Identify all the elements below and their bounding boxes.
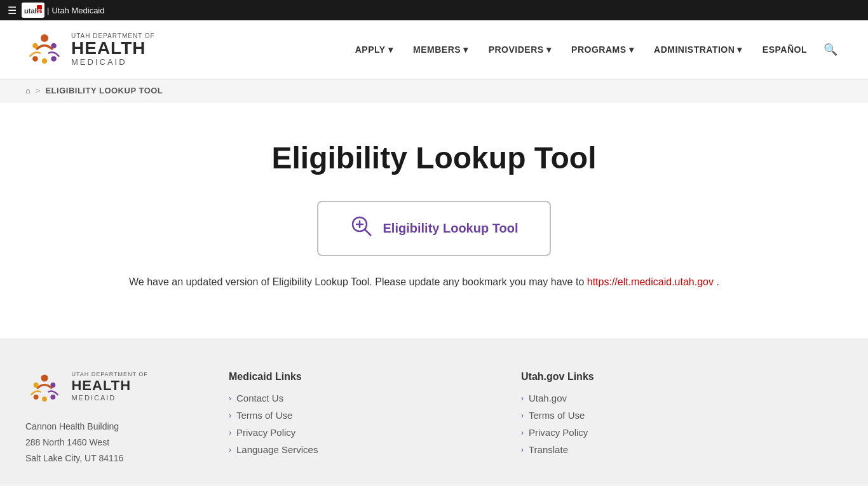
- nav-members[interactable]: Members ▾: [404, 39, 477, 60]
- nav-espanol[interactable]: Español: [754, 39, 816, 60]
- utah-logo-svg: utah . gov: [22, 3, 44, 18]
- svg-point-19: [42, 396, 47, 402]
- programs-dropdown-icon: ▾: [629, 44, 634, 55]
- list-item: › Privacy Policy: [521, 427, 788, 438]
- list-item: › Terms of Use: [229, 410, 496, 421]
- members-dropdown-icon: ▾: [463, 44, 468, 55]
- logo-health: HEALTH: [71, 39, 155, 57]
- address-line2: 288 North 1460 West: [25, 435, 203, 451]
- breadcrumb-home-link[interactable]: ⌂: [25, 86, 31, 95]
- health-medicaid-logo-svg: [25, 30, 64, 69]
- svg-point-7: [51, 43, 57, 49]
- svg-text:utah: utah: [24, 7, 39, 15]
- footer-grid: Utah Department of HEALTH Medicaid Canno…: [25, 371, 788, 467]
- svg-point-16: [34, 383, 39, 388]
- nav-providers[interactable]: Providers ▾: [480, 39, 560, 60]
- nav-programs[interactable]: Programs ▾: [562, 39, 642, 60]
- utah-privacy-link[interactable]: Privacy Policy: [529, 427, 588, 438]
- svg-point-10: [51, 56, 57, 62]
- chevron-icon: ›: [521, 411, 524, 420]
- footer-logo-col: Utah Department of HEALTH Medicaid Canno…: [25, 371, 203, 467]
- footer-medicaid-links-col: Medicaid Links › Contact Us › Terms of U…: [229, 371, 496, 467]
- svg-text:.: .: [24, 10, 25, 14]
- magnify-plus-icon: [350, 215, 373, 242]
- providers-dropdown-icon: ▾: [546, 44, 552, 55]
- chevron-icon: ›: [229, 428, 231, 437]
- breadcrumb-current: Eligibility Lookup Tool: [45, 86, 163, 95]
- footer-logo: Utah Department of HEALTH Medicaid: [25, 371, 203, 409]
- svg-point-18: [34, 395, 39, 400]
- chevron-icon: ›: [521, 428, 524, 437]
- search-icon[interactable]: 🔍: [818, 37, 843, 62]
- nav-administration[interactable]: Administration ▾: [645, 39, 751, 60]
- footer-utah-links-col: Utah.gov Links › Utah.gov › Terms of Use…: [521, 371, 788, 467]
- list-item: › Translate: [521, 444, 788, 455]
- svg-point-9: [42, 58, 48, 64]
- utah-gov-logo: utah . gov | Utah Medicaid: [22, 3, 105, 18]
- list-item: › Language Services: [229, 444, 496, 455]
- svg-point-5: [41, 34, 48, 42]
- main-content: Eligibility Lookup Tool Eligibility Look…: [0, 102, 868, 339]
- top-bar: ☰ utah . gov | Utah Medicaid: [0, 0, 868, 20]
- hamburger-icon[interactable]: ☰: [8, 4, 17, 17]
- svg-point-8: [32, 56, 38, 62]
- footer-logo-svg: [25, 371, 64, 406]
- apply-dropdown-icon: ▾: [388, 44, 393, 55]
- address-line3: Salt Lake City, UT 84116: [25, 451, 203, 466]
- chevron-icon: ›: [521, 445, 524, 454]
- utah-gov-link[interactable]: Utah.gov: [529, 393, 567, 403]
- list-item: › Privacy Policy: [229, 427, 496, 438]
- svg-line-12: [365, 229, 371, 236]
- terms-of-use-link[interactable]: Terms of Use: [236, 410, 292, 421]
- svg-point-6: [32, 43, 38, 49]
- list-item: › Utah.gov: [521, 393, 788, 403]
- breadcrumb-separator: >: [36, 86, 41, 95]
- footer-logo-dept: Utah Department of: [71, 371, 147, 377]
- elt-link[interactable]: https://elt.medicaid.utah.gov: [587, 276, 714, 287]
- chevron-icon: ›: [229, 411, 231, 420]
- topbar-divider: |: [47, 6, 49, 15]
- utah-links-title: Utah.gov Links: [521, 371, 788, 383]
- footer-logo-health: HEALTH: [71, 377, 147, 394]
- topbar-title: Utah Medicaid: [51, 6, 104, 15]
- list-item: › Contact Us: [229, 393, 496, 403]
- svg-point-15: [41, 375, 48, 382]
- chevron-icon: ›: [521, 394, 524, 403]
- footer-logo-medicaid: Medicaid: [71, 394, 147, 402]
- footer-logo-text: Utah Department of HEALTH Medicaid: [71, 371, 147, 402]
- utah-terms-link[interactable]: Terms of Use: [529, 410, 585, 421]
- nav-apply[interactable]: Apply ▾: [346, 39, 402, 60]
- utah-links-list: › Utah.gov › Terms of Use › Privacy Poli…: [521, 393, 788, 455]
- logo-text: Utah Department of HEALTH Medicaid: [71, 32, 155, 67]
- translate-link[interactable]: Translate: [529, 444, 568, 455]
- site-header: Utah Department of HEALTH Medicaid Apply…: [0, 20, 868, 79]
- footer-address: Cannon Health Building 288 North 1460 We…: [25, 419, 203, 467]
- tool-card-label: Eligibility Lookup Tool: [383, 221, 519, 236]
- svg-text:gov: gov: [37, 7, 44, 13]
- medicaid-links-list: › Contact Us › Terms of Use › Privacy Po…: [229, 393, 496, 455]
- svg-point-17: [50, 383, 55, 388]
- site-footer: Utah Department of HEALTH Medicaid Canno…: [0, 339, 868, 486]
- privacy-policy-link[interactable]: Privacy Policy: [236, 427, 295, 438]
- site-logo[interactable]: Utah Department of HEALTH Medicaid: [25, 30, 155, 69]
- contact-us-link[interactable]: Contact Us: [236, 393, 283, 403]
- list-item: › Terms of Use: [521, 410, 788, 421]
- breadcrumb: ⌂ > Eligibility Lookup Tool: [0, 79, 868, 102]
- svg-point-20: [50, 395, 55, 400]
- info-text-prefix: We have an updated version of Eligibilit…: [129, 276, 584, 287]
- eligibility-lookup-tool-card[interactable]: Eligibility Lookup Tool: [317, 201, 552, 256]
- language-services-link[interactable]: Language Services: [236, 444, 318, 455]
- chevron-icon: ›: [229, 394, 231, 403]
- page-title: Eligibility Lookup Tool: [25, 140, 843, 175]
- info-text-suffix: .: [716, 276, 719, 287]
- address-line1: Cannon Health Building: [25, 419, 203, 435]
- logo-medicaid: Medicaid: [71, 57, 155, 67]
- chevron-icon: ›: [229, 445, 231, 454]
- main-nav: Apply ▾ Members ▾ Providers ▾ Programs ▾…: [346, 37, 843, 62]
- medicaid-links-title: Medicaid Links: [229, 371, 496, 383]
- administration-dropdown-icon: ▾: [737, 44, 742, 55]
- info-text: We have an updated version of Eligibilit…: [129, 276, 739, 288]
